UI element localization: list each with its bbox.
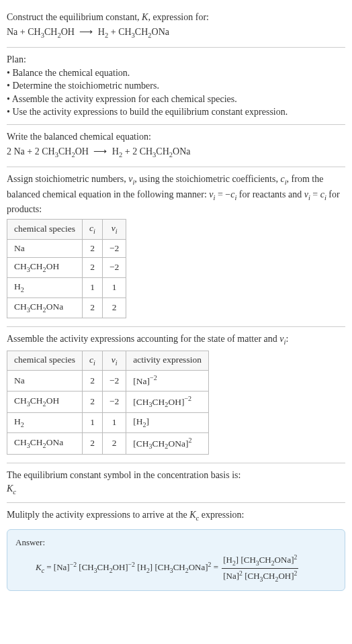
txt: Mulitply the activity expressions to arr… <box>7 510 189 520</box>
cell-ci: 2 <box>83 239 103 258</box>
kc-symbol: Kc <box>189 510 199 520</box>
answer-label: Answer: <box>15 537 337 549</box>
txt: CH <box>58 146 71 156</box>
unbalanced-equation: Na + CH3CH2OH ⟶ H2 + CH3CH2ONa <box>7 26 345 40</box>
eq-products: νi <box>304 189 310 199</box>
txt: CH <box>14 396 27 406</box>
cell-nu: 1 <box>102 278 126 298</box>
txt: ONa] <box>275 555 294 565</box>
balanced-section: Write the balanced chemical equation: 2 … <box>7 125 345 167</box>
txt: [Na] <box>54 562 70 572</box>
eq: = <box>44 562 54 572</box>
table-row: Na 2 −2 <box>7 239 126 258</box>
txt: [CH <box>133 396 148 406</box>
table-row: chemical species ci νi activity expressi… <box>7 351 209 371</box>
balanced-title: Write the balanced chemical equation: <box>7 130 345 144</box>
txt: expression: <box>199 510 244 520</box>
plan-title: Plan: <box>7 53 345 66</box>
txt: H <box>14 281 21 291</box>
fraction: [H2] [CH3CH2ONa]2 [Na]2 [CH3CH2OH]2 <box>220 553 300 584</box>
txt: + CH <box>108 27 131 37</box>
cell-activity: [H2] <box>126 413 209 433</box>
reaction-arrow-icon: ⟶ <box>91 145 109 158</box>
txt: CH <box>152 438 165 448</box>
multiply-text: Mulitply the activity expressions to arr… <box>7 508 345 523</box>
txt: [CH <box>155 562 169 572</box>
txt: ONa] <box>189 562 208 572</box>
eq-lhs: 2 Na + 2 CH3CH2OH <box>7 146 89 156</box>
exp: 2 <box>294 569 298 577</box>
col-nu: νi <box>102 351 126 371</box>
txt: ONa <box>46 302 64 312</box>
cell-ci: 1 <box>83 413 103 433</box>
cell-nu: 2 <box>102 298 126 318</box>
cell-nu: −2 <box>102 371 126 391</box>
cell-ci: 2 <box>83 391 103 412</box>
eq-rhs: H2 + CH3CH2ONa <box>98 27 169 37</box>
txt: CH <box>30 261 43 271</box>
table-row: Na 2 −2 [Na]−2 <box>7 371 209 391</box>
txt: CH <box>30 302 43 312</box>
txt: OH] <box>278 571 294 581</box>
table-row: CH3CH2OH 2 −2 [CH3CH2OH]−2 <box>7 391 209 412</box>
cell-ci: 2 <box>83 298 103 318</box>
txt: OH <box>61 27 75 37</box>
ci-symbol: ci <box>320 189 326 199</box>
txt: , using the stoichiometric coefficients, <box>134 174 280 184</box>
cell-activity: [Na]−2 <box>126 371 209 391</box>
table-row: H2 1 1 <box>7 278 126 298</box>
cell-ci: 2 <box>83 258 103 278</box>
exp: −2 <box>128 561 135 568</box>
sub: i <box>93 359 95 366</box>
kc-text: The equilibrium constant symbol in the c… <box>7 469 345 482</box>
sub: i <box>116 359 118 366</box>
txt: H <box>112 146 119 156</box>
txt: Assemble the activity expressions accoun… <box>7 334 279 344</box>
plan-bullet: • Balance the chemical equation. <box>7 66 345 80</box>
activity-table: chemical species ci νi activity expressi… <box>7 351 209 455</box>
exp: −2 <box>70 561 77 568</box>
txt: [Na] <box>223 571 239 581</box>
txt: [H <box>223 555 232 565</box>
txt: CH <box>156 146 169 156</box>
cell-ci: 1 <box>83 278 103 298</box>
stoich-table: chemical species ci νi Na 2 −2 CH3CH2OH … <box>7 219 126 318</box>
txt: = <box>310 189 320 199</box>
cell-species: CH3CH2OH <box>7 391 83 412</box>
txt: ONa <box>152 27 169 37</box>
plan-bullet: • Assemble the activity expression for e… <box>7 93 345 106</box>
ci-symbol: ci <box>280 174 286 184</box>
txt: CH <box>135 27 148 37</box>
k-symbol: K <box>142 12 148 22</box>
balanced-equation: 2 Na + 2 CH3CH2OH ⟶ H2 + 2 CH3CH2ONa <box>7 145 345 160</box>
cell-species: CH3CH2OH <box>7 258 83 278</box>
table-row: CH3CH2ONa 2 2 <box>7 298 126 318</box>
txt: for reactants and <box>236 189 304 199</box>
col-species: chemical species <box>7 351 83 371</box>
txt: CH <box>14 261 27 271</box>
txt: : <box>285 334 288 344</box>
cell-nu: 2 <box>102 432 126 454</box>
cell-species: H2 <box>7 278 83 298</box>
txt: OH <box>75 146 89 156</box>
txt: ONa <box>173 146 190 156</box>
activity-section: Assemble the activity expressions accoun… <box>7 327 345 463</box>
txt: CH <box>263 571 275 581</box>
txt: ONa <box>46 437 64 447</box>
txt: CH <box>14 302 27 312</box>
txt: [H <box>133 416 142 426</box>
nu-symbol: νi <box>112 355 118 365</box>
txt: CH <box>30 437 43 447</box>
reaction-arrow-icon: ⟶ <box>77 26 95 39</box>
txt: K <box>36 562 42 572</box>
stoich-text: Assign stoichiometric numbers, νi, using… <box>7 173 345 216</box>
col-species: chemical species <box>7 219 83 239</box>
txt: CH <box>44 27 57 37</box>
plan-section: Plan: • Balance the chemical equation. •… <box>7 48 345 125</box>
txt: + 2 CH <box>122 146 152 156</box>
multiply-section: Mulitply the activity expressions to arr… <box>7 503 345 596</box>
col-activity: activity expression <box>126 351 209 371</box>
cell-species: Na <box>7 371 83 391</box>
cell-activity: [CH3CH2OH]−2 <box>126 391 209 412</box>
cell-ci: 2 <box>83 371 103 391</box>
